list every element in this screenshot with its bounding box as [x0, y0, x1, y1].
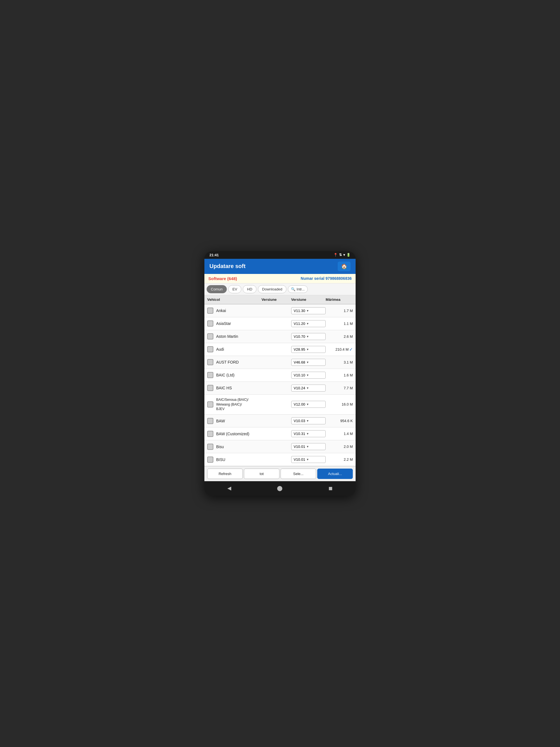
version-value: V10.03	[294, 419, 305, 423]
bottom-bar: Refresh tot Sele... Actuali...	[205, 466, 355, 481]
size-value: 2.6 M	[344, 334, 353, 339]
version-dropdown[interactable]: V10.70▼	[291, 333, 326, 340]
size-value: 3.1 M	[344, 360, 353, 364]
vehicle-name: Bisu	[216, 444, 224, 449]
table-row: AUST FORDV46.68▼3.1 M	[205, 356, 355, 369]
tab-bar: Comun EV HD Downloaded 🔍 Intr...	[205, 283, 355, 295]
vehicle-checkbox[interactable]	[207, 402, 213, 408]
col-header-version2: Versiune	[291, 298, 326, 302]
vehicle-name: BISU	[216, 457, 225, 462]
version-dropdown[interactable]: V46.68▼	[291, 359, 326, 366]
size-cell: 1.1 M	[326, 321, 353, 326]
vehicle-checkbox[interactable]	[207, 333, 213, 339]
vehicle-checkbox[interactable]	[207, 418, 213, 424]
vehicle-checkbox[interactable]	[207, 372, 213, 378]
select-button[interactable]: Sele...	[281, 469, 316, 479]
version-dropdown[interactable]: V10.31▼	[291, 430, 326, 437]
tot-button[interactable]: tot	[244, 469, 279, 479]
col-header-size: Mărimea	[326, 298, 353, 302]
vehicle-checkbox[interactable]	[207, 359, 213, 365]
info-bar: Software (648) Numar serial 979868806836	[205, 274, 355, 283]
size-cell: 1.7 M	[326, 309, 353, 313]
dropdown-arrow-icon: ▼	[306, 322, 309, 325]
dropdown-arrow-icon: ▼	[306, 445, 309, 448]
vehicle-name: AsiaStar	[216, 321, 231, 326]
home-nav-button[interactable]: ⬤	[271, 484, 288, 492]
table-row: BisuV10.01▼2.0 M	[205, 440, 355, 453]
table-row: BAIC/Senoua (BAIC)/ Weiwang (BAIC)/ BJEV…	[205, 395, 355, 415]
version-select-cell: V10.03▼	[291, 417, 326, 424]
version-dropdown[interactable]: V10.03▼	[291, 417, 326, 424]
vehicle-cell: BISU	[207, 457, 262, 463]
location-icon: 📍	[334, 253, 338, 257]
version-dropdown[interactable]: V12.00▼	[291, 401, 326, 408]
vehicle-cell: BAW (Customized)	[207, 431, 262, 437]
size-value: 1.4 M	[344, 432, 353, 436]
vehicle-name: Ankai	[216, 308, 226, 313]
dropdown-arrow-icon: ▼	[306, 348, 309, 351]
vehicle-checkbox[interactable]	[207, 308, 213, 314]
version-dropdown[interactable]: V11.30▼	[291, 307, 326, 314]
size-value: 1.1 M	[344, 321, 353, 326]
version-dropdown[interactable]: V10.01▼	[291, 443, 326, 450]
recents-button[interactable]: ◼	[323, 484, 338, 492]
version-select-cell: V11.20▼	[291, 320, 326, 327]
vehicle-checkbox[interactable]	[207, 385, 213, 391]
dropdown-arrow-icon: ▼	[306, 432, 309, 435]
version-value: V11.20	[294, 321, 305, 326]
version-select-cell: V10.70▼	[291, 333, 326, 340]
size-cell: 210.4 M✓	[326, 347, 353, 352]
vehicle-checkbox[interactable]	[207, 444, 213, 450]
vehicle-checkbox[interactable]	[207, 320, 213, 327]
vehicle-name: Aston Martin	[216, 334, 238, 339]
tab-downloaded[interactable]: Downloaded	[258, 285, 287, 293]
version-dropdown[interactable]: V10.01▼	[291, 456, 326, 463]
signal-icon: ⇅	[339, 253, 342, 257]
vehicle-name: Audi	[216, 347, 224, 352]
vehicle-cell: Aston Martin	[207, 333, 262, 339]
serial-number: Numar serial 979868806836	[301, 276, 352, 281]
home-button[interactable]: 🏠	[338, 262, 351, 271]
time-display: 21:41	[209, 253, 219, 257]
tab-search[interactable]: 🔍 Intr...	[288, 285, 308, 293]
version-dropdown[interactable]: V10.10▼	[291, 372, 326, 379]
tab-ev[interactable]: EV	[228, 285, 241, 293]
vehicle-cell: Ankai	[207, 308, 262, 314]
size-value: 2.0 M	[344, 444, 353, 449]
version-dropdown[interactable]: V10.24▼	[291, 385, 326, 391]
dropdown-arrow-icon: ▼	[306, 458, 309, 461]
back-button[interactable]: ◀	[222, 484, 237, 492]
status-icons: 📍 ⇅ ▾ 🔋	[334, 253, 351, 257]
vehicle-checkbox[interactable]	[207, 346, 213, 352]
table-row: BAIC HSV10.24▼7.7 M	[205, 382, 355, 395]
dropdown-arrow-icon: ▼	[306, 335, 309, 338]
size-cell: 2.6 M	[326, 334, 353, 339]
vehicle-checkbox[interactable]	[207, 431, 213, 437]
size-cell: 1.4 M	[326, 432, 353, 436]
size-value: 7.7 M	[344, 386, 353, 390]
table-row: AsiaStarV11.20▼1.1 M	[205, 317, 355, 330]
search-tab-label: Intr...	[296, 287, 304, 291]
version-dropdown[interactable]: V28.95▼	[291, 346, 326, 353]
size-cell: 16.0 M	[326, 402, 353, 406]
table-header: Vehicol Versiune Versiune Mărimea	[205, 295, 355, 305]
table-row: Aston MartinV10.70▼2.6 M	[205, 330, 355, 343]
vehicle-checkbox[interactable]	[207, 457, 213, 463]
refresh-button[interactable]: Refresh	[207, 469, 243, 479]
update-button[interactable]: Actuali...	[317, 469, 353, 479]
size-cell: 3.1 M	[326, 360, 353, 364]
version-value: V10.01	[294, 457, 305, 462]
version-dropdown[interactable]: V11.20▼	[291, 320, 326, 327]
dropdown-arrow-icon: ▼	[306, 374, 309, 377]
app-header: Updatare soft 🏠	[205, 259, 355, 274]
size-value: 16.0 M	[342, 402, 353, 406]
table-row: BISUV10.01▼2.2 M	[205, 453, 355, 466]
software-count: Software (648)	[208, 276, 237, 281]
version-value: V12.00	[294, 402, 305, 406]
app-title: Updatare soft	[209, 263, 245, 269]
col-header-version1: Versiune	[262, 298, 291, 302]
vehicle-name: BAIC HS	[216, 386, 232, 390]
vehicle-cell: BAIC HS	[207, 385, 262, 391]
tab-comun[interactable]: Comun	[207, 285, 227, 293]
tab-hd[interactable]: HD	[243, 285, 257, 293]
